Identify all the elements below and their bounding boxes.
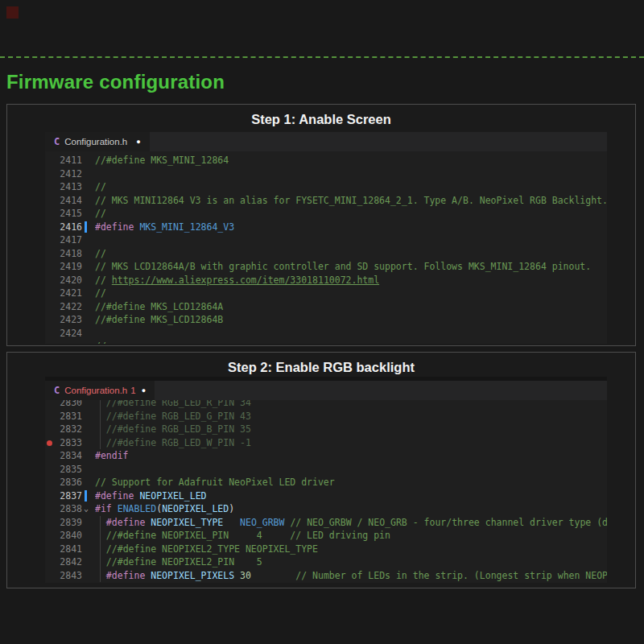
tab-bar: C Configuration.h 1 ● <box>45 381 607 400</box>
line-number: 2412 <box>55 167 82 181</box>
indent-guide <box>100 423 101 436</box>
gutter-marker-column[interactable] <box>45 154 55 167</box>
code-line: 2833 //#define RGB_LED_W_PIN -1 <box>45 436 607 450</box>
gutter-fold-column <box>82 423 95 436</box>
gutter-fold-column <box>82 489 95 503</box>
gutter-marker-column[interactable] <box>45 400 55 410</box>
gutter-marker-column[interactable] <box>45 529 55 543</box>
code-text: //#define NEOPIXEL2_TYPE NEOPIXEL_TYPE <box>95 543 607 556</box>
url-link[interactable]: https://www.aliexpress.com/item/33018110… <box>112 275 379 286</box>
code-line: 2836// Support for Adafruit NeoPixel LED… <box>45 476 607 489</box>
code-text: //#define MKS_LCD12864A <box>95 300 607 314</box>
tab-configuration-h[interactable]: C Configuration.h 1 ● <box>45 381 155 400</box>
gutter-marker-column[interactable] <box>45 274 55 287</box>
tab-problem-badge: 1 <box>130 386 135 395</box>
code-line: 2413// <box>45 180 607 194</box>
error-marker-dot <box>47 440 52 446</box>
gutter-marker-column[interactable] <box>45 221 55 234</box>
gutter-marker-column[interactable] <box>45 327 55 341</box>
gutter-marker-column[interactable] <box>45 502 55 516</box>
code-token: // Number of LEDs in the strip. (Longest… <box>295 570 607 581</box>
code-line: 2424 <box>45 327 607 341</box>
gutter-marker-column[interactable] <box>45 194 55 208</box>
line-number: 2837 <box>55 489 82 503</box>
indent-guide <box>100 400 101 410</box>
code-token: #endif <box>95 450 129 461</box>
gutter-fold-column <box>82 313 95 327</box>
gutter-marker-column[interactable] <box>45 555 55 569</box>
tab-filename: Configuration.h <box>64 386 127 395</box>
line-number: 2841 <box>55 543 82 556</box>
code-token: // <box>95 181 106 192</box>
gutter-marker-column[interactable] <box>45 247 55 261</box>
line-number: 2422 <box>55 300 82 314</box>
gutter-fold-column <box>82 529 95 543</box>
gutter-marker-column[interactable] <box>45 489 55 503</box>
gutter-fold-column <box>82 516 95 530</box>
code-line: 2834#endif <box>45 449 607 463</box>
gutter-fold-column <box>82 287 95 300</box>
code-editor[interactable]: 2411//#define MKS_MINI_1286424122413//24… <box>45 151 607 344</box>
code-token: ) <box>229 503 234 514</box>
gutter-marker-column[interactable] <box>45 233 55 247</box>
gutter-fold-column <box>82 340 95 344</box>
gutter-marker-column[interactable] <box>45 167 55 181</box>
code-token: NEOPIXEL_PIXELS <box>151 570 234 581</box>
gutter-marker-column[interactable] <box>45 313 55 327</box>
gutter-fold-column <box>82 167 95 181</box>
gutter-marker-column[interactable] <box>45 340 55 344</box>
gutter-marker-column[interactable] <box>45 516 55 530</box>
code-token: NEO_GRBW <box>240 517 284 528</box>
line-number: 2417 <box>55 233 82 247</box>
gutter-marker-column[interactable] <box>45 260 55 274</box>
gutter-fold-column <box>82 194 95 208</box>
code-line: 2420// https://www.aliexpress.com/item/3… <box>45 274 607 287</box>
gutter-fold-column <box>82 327 95 341</box>
code-line: 2419// MKS LCD12864A/B with graphic cont… <box>45 260 607 274</box>
line-number: 2411 <box>55 154 82 167</box>
code-token: // <box>95 248 106 259</box>
gutter-marker-column[interactable] <box>45 300 55 314</box>
line-number: 2418 <box>55 247 82 261</box>
code-text: //#define RGB_LED_W_PIN -1 <box>95 436 607 450</box>
text-cursor <box>85 490 87 502</box>
code-text: #define NEOPIXEL_TYPE NEO_GRBW // NEO_GR… <box>95 516 607 530</box>
line-number: 2836 <box>55 476 82 489</box>
gutter-marker-column[interactable] <box>45 463 55 477</box>
gutter-marker-column[interactable] <box>45 449 55 463</box>
code-line: 2422//#define MKS_LCD12864A <box>45 300 607 314</box>
gutter-marker-column[interactable] <box>45 569 55 583</box>
unsaved-dot-icon[interactable]: ● <box>136 138 140 146</box>
gutter-marker-column[interactable] <box>45 436 55 450</box>
panel-title: Step 1: Anable Screen <box>7 105 635 127</box>
gutter-marker-column[interactable] <box>45 410 55 423</box>
gutter-marker-column[interactable] <box>45 207 55 221</box>
step1-panel: Step 1: Anable Screen C Configuration.h … <box>6 104 636 346</box>
gutter-marker-column[interactable] <box>45 476 55 489</box>
code-text: //#define RGB_LED_B_PIN 35 <box>95 423 607 436</box>
line-number: 2424 <box>55 327 82 341</box>
code-token: // <box>95 208 106 219</box>
line-number <box>55 340 82 344</box>
gutter-fold-column <box>82 300 95 314</box>
gutter-fold-column <box>82 400 95 410</box>
code-token: #define <box>106 517 145 528</box>
unsaved-dot-icon[interactable]: ● <box>142 386 146 394</box>
line-number: 2416 <box>55 221 82 234</box>
code-line: 2423//#define MKS_LCD12864B <box>45 313 607 327</box>
code-text <box>95 327 607 341</box>
code-line: 2414// MKS MINI12864 V3 is an alias for … <box>45 194 607 208</box>
gutter-marker-column[interactable] <box>45 423 55 436</box>
tab-configuration-h[interactable]: C Configuration.h ● <box>45 132 150 151</box>
gutter-marker-column[interactable] <box>45 287 55 300</box>
code-line: 2417 <box>45 233 607 247</box>
code-line: 2411//#define MKS_MINI_12864 <box>45 154 607 167</box>
gutter-fold-column <box>82 274 95 287</box>
code-text: // <box>95 340 607 344</box>
code-editor[interactable]: 2830 //#define RGB_LED_R_PIN 342831 //#d… <box>45 400 607 583</box>
indent-guide <box>100 555 101 569</box>
fold-chevron-icon[interactable]: ⌄ <box>84 502 89 516</box>
gutter-fold-column <box>82 476 95 489</box>
gutter-marker-column[interactable] <box>45 543 55 556</box>
gutter-marker-column[interactable] <box>45 180 55 194</box>
